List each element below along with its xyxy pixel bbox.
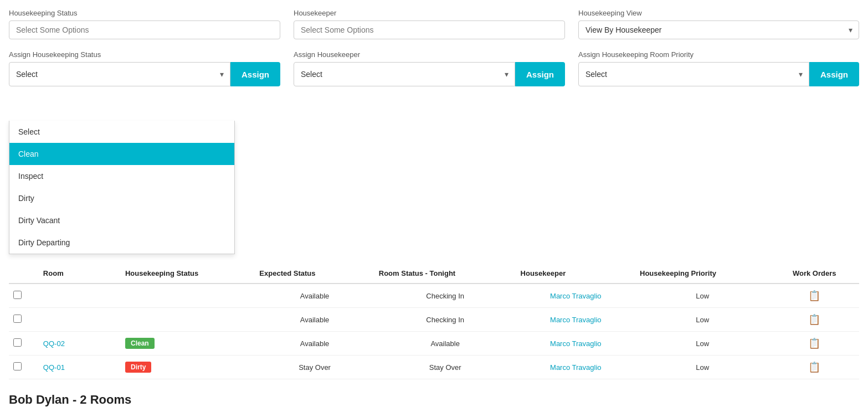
section-1-table: Room Housekeeping Status Expected Status… [9, 264, 859, 379]
housekeeping-view-filter: Housekeeping View View By Housekeeper [578, 9, 859, 39]
work-orders-cell: 📋 [769, 356, 859, 379]
priority-cell: Low [635, 332, 769, 356]
hk-status-cell: Clean [121, 332, 255, 356]
assign-housekeeper-select[interactable]: Select [294, 62, 515, 86]
assign-priority-button[interactable]: Assign [809, 62, 859, 86]
status-dropdown: Select Clean Inspect Dirty Dirty Vacant … [9, 121, 235, 254]
priority-cell: Low [635, 356, 769, 379]
assign-housekeeper-label: Assign Housekeeper [294, 50, 565, 59]
work-order-icon[interactable]: 📋 [808, 338, 820, 349]
dropdown-item-select[interactable]: Select [9, 121, 234, 143]
tonight-cell: Checking In [374, 284, 516, 308]
expected-cell: Stay Over [255, 356, 374, 379]
keeper-cell: Marco Travaglio [516, 332, 635, 356]
dropdown-item-dirty[interactable]: Dirty [9, 187, 234, 209]
assign-row: Assign Housekeeping Status Select Select… [9, 50, 859, 86]
table-row: QQ-01 Dirty Stay Over Stay Over Marco Tr… [9, 356, 859, 379]
assign-status-row: Select Select Clean Inspect Dirty Dirty … [9, 62, 280, 86]
work-orders-cell: 📋 [769, 308, 859, 332]
col-keeper-header: Housekeeper [516, 264, 635, 284]
room-cell[interactable]: QQ-01 [39, 356, 121, 379]
assign-status-label: Assign Housekeeping Status [9, 50, 280, 59]
assign-housekeeper-row: Select Assign [294, 62, 565, 86]
expected-cell: Available [255, 332, 374, 356]
hk-status-cell: Dirty [121, 356, 255, 379]
tonight-cell: Available [374, 332, 516, 356]
dropdown-item-dirty-departing[interactable]: Dirty Departing [9, 231, 234, 254]
col-hk-status-header: Housekeeping Status [121, 264, 255, 284]
assign-status-select[interactable]: Select Select Clean Inspect Dirty Dirty … [9, 62, 230, 86]
assign-priority-select[interactable]: Select [578, 62, 809, 86]
work-orders-cell: 📋 [769, 332, 859, 356]
section-bob-dylan-title: Bob Dylan - 2 Rooms [9, 393, 859, 407]
assign-housekeeper-button[interactable]: Assign [515, 62, 565, 86]
priority-cell: Low [635, 308, 769, 332]
dropdown-item-clean[interactable]: Clean [9, 143, 234, 165]
row-checkbox[interactable] [13, 362, 22, 370]
table-row: Available Checking In Marco Travaglio Lo… [9, 284, 859, 308]
housekeeper-input[interactable] [294, 20, 565, 39]
col-tonight-header: Room Status - Tonight [374, 264, 516, 284]
room-cell[interactable]: QQ-02 [39, 332, 121, 356]
keeper-cell: Marco Travaglio [516, 356, 635, 379]
assign-priority-label: Assign Housekeeping Room Priority [578, 50, 859, 59]
col-room-header: Room [39, 264, 121, 284]
col-orders-header: Work Orders [769, 264, 859, 284]
housekeeping-view-select-wrapper: View By Housekeeper [578, 20, 859, 39]
page: Housekeeping Status Housekeeper Housekee… [0, 0, 868, 412]
assign-housekeeper-group: Assign Housekeeper Select Assign [294, 50, 565, 86]
expected-cell: Available [255, 284, 374, 308]
room-cell [39, 284, 121, 308]
work-order-icon[interactable]: 📋 [808, 290, 820, 301]
housekeeping-view-label: Housekeeping View [578, 9, 859, 17]
row-checkbox[interactable] [13, 338, 22, 347]
housekeeper-label: Housekeeper [294, 9, 565, 17]
work-order-icon[interactable]: 📋 [808, 314, 820, 325]
work-order-icon[interactable]: 📋 [808, 362, 820, 373]
row-checkbox[interactable] [13, 315, 22, 323]
hk-status-cell [121, 284, 255, 308]
keeper-cell: Marco Travaglio [516, 284, 635, 308]
assign-priority-group: Assign Housekeeping Room Priority Select… [578, 50, 859, 86]
section-1-header-row: Room Housekeeping Status Expected Status… [9, 264, 859, 284]
work-orders-cell: 📋 [769, 284, 859, 308]
tonight-cell: Stay Over [374, 356, 516, 379]
assign-housekeeper-select-wrapper: Select [294, 62, 515, 86]
assign-status-group: Assign Housekeeping Status Select Select… [9, 50, 280, 86]
filter-row: Housekeeping Status Housekeeper Housekee… [9, 9, 859, 39]
room-cell [39, 308, 121, 332]
col-priority-header: Housekeeping Priority [635, 264, 769, 284]
dropdown-item-inspect[interactable]: Inspect [9, 165, 234, 187]
section-bob-dylan: Bob Dylan - 2 Rooms Room Housekeeping St… [9, 393, 859, 412]
col-expected-header: Expected Status [255, 264, 374, 284]
table-row: Available Checking In Marco Travaglio Lo… [9, 308, 859, 332]
housekeeper-filter: Housekeeper [294, 9, 565, 39]
table-row: QQ-02 Clean Available Available Marco Tr… [9, 332, 859, 356]
row-checkbox[interactable] [13, 291, 22, 299]
dropdown-item-dirty-vacant[interactable]: Dirty Vacant [9, 209, 234, 231]
tonight-cell: Checking In [374, 308, 516, 332]
status-badge: Dirty [125, 362, 151, 373]
expected-cell: Available [255, 308, 374, 332]
priority-cell: Low [635, 284, 769, 308]
housekeeping-status-filter: Housekeeping Status [9, 9, 280, 39]
housekeeping-view-select[interactable]: View By Housekeeper [578, 20, 859, 39]
assign-priority-row: Select Assign [578, 62, 859, 86]
keeper-cell: Marco Travaglio [516, 308, 635, 332]
col-check-header [9, 264, 39, 284]
status-badge: Clean [125, 338, 155, 349]
assign-status-button[interactable]: Assign [230, 62, 280, 86]
assign-priority-select-wrapper: Select [578, 62, 809, 86]
housekeeping-status-label: Housekeeping Status [9, 9, 280, 17]
housekeeping-status-input[interactable] [9, 20, 280, 39]
section-1: Room Housekeeping Status Expected Status… [9, 264, 859, 379]
hk-status-cell [121, 308, 255, 332]
assign-status-select-wrapper: Select Select Clean Inspect Dirty Dirty … [9, 62, 230, 86]
